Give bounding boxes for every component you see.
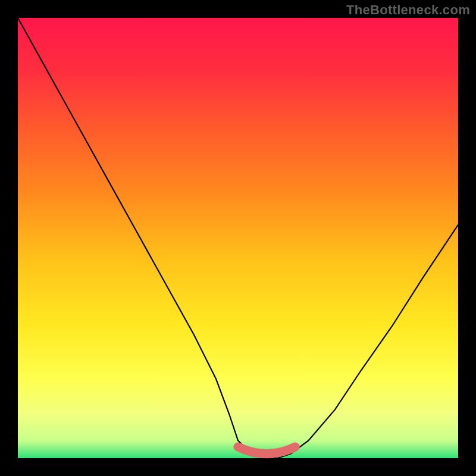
- chart-stage: TheBottleneck.com: [0, 0, 476, 476]
- chart-svg: [0, 0, 476, 476]
- plot-area: [18, 18, 458, 458]
